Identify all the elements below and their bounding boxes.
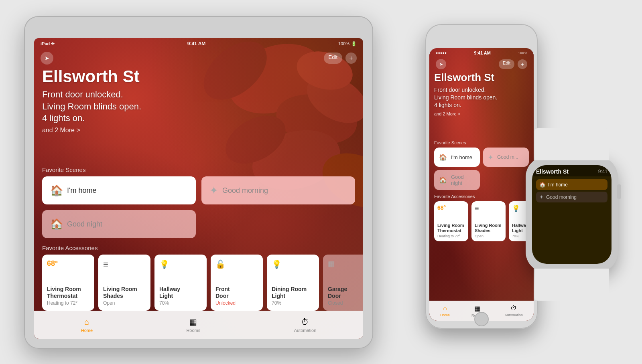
iphone-location-button[interactable]: ➤ (436, 59, 446, 69)
iphone-scroll-content: Favorite Scenes 🏠 I'm home ✦ Good m... 🏠… (429, 140, 534, 321)
ipad-acc-thermostat-status: Heating to 72° (47, 300, 89, 306)
ipad-scene-good-night-label: Good night (67, 220, 102, 229)
ipad-tab-automation-icon: ⏱ (301, 317, 309, 327)
ipad-scene-good-night[interactable]: 🏠 Good night (42, 210, 196, 238)
iphone-scene-im-home-label: I'm home (451, 154, 472, 160)
watch-item-im-home-label: I'm home (548, 182, 568, 188)
watch-item-good-morning[interactable]: ✦ Good morning (536, 192, 607, 202)
ipad-acc-front-door-status: Unlocked (215, 300, 258, 306)
ipad-tab-automation[interactable]: ⏱ Automation (294, 317, 317, 333)
ipad-tab-automation-label: Automation (294, 328, 317, 333)
iphone-scene-good-morning-icon: ✦ (488, 154, 493, 161)
iphone-tab-home-icon: ⌂ (443, 305, 447, 312)
iphone-accessories-label: Favorite Accessories (429, 194, 534, 201)
ipad-acc-garage-icon: ▦ (328, 259, 363, 268)
iphone-scene-good-night[interactable]: 🏠 Good night (434, 170, 480, 190)
iphone-tab-automation[interactable]: ⏱ Automation (504, 305, 523, 317)
ipad-acc-thermostat-name: Living RoomThermostat (47, 286, 89, 299)
ipad-acc-hallway-light[interactable]: 💡 HallwayLight 70% (154, 255, 207, 311)
iphone-home-subtitle: Front door unlocked. Living Room blinds … (434, 86, 529, 109)
iphone-edit-button[interactable]: Edit (499, 59, 514, 69)
ipad-home-header: Ellsworth St Front door unlocked. Living… (34, 67, 363, 134)
ipad-home-more[interactable]: and 2 More > (42, 127, 355, 134)
ipad-tab-bar: ⌂ Home ▦ Rooms ⏱ Automation (34, 311, 363, 339)
ipad-acc-dining-light[interactable]: 💡 Dining RoomLight 70% (267, 255, 319, 311)
ipad-tab-rooms[interactable]: ▦ Rooms (186, 317, 200, 333)
watch-crown[interactable] (617, 184, 621, 199)
iphone-home-title: Ellsworth St (434, 71, 529, 84)
watch-home-title: Ellsworth St (536, 168, 569, 175)
iphone-scene-good-night-label: Good night (451, 174, 475, 186)
ipad-screen: iPad ✈ 9:41 AM 100% 🔋 ➤ Edit + (34, 38, 363, 339)
iphone-device: ●●●●● 9:41 AM 100% ➤ Edit + Ellsworth (425, 24, 538, 329)
ipad-tab-home-label: Home (81, 328, 93, 333)
watch-item-good-morning-icon: ✦ (539, 194, 544, 200)
ipad-accessories-grid: 68° Living RoomThermostat Heating to 72°… (34, 255, 363, 311)
ipad-scene-good-morning-label: Good morning (222, 186, 268, 195)
ipad-location-button[interactable]: ➤ (41, 52, 53, 65)
main-scene: iPad ✈ 9:41 AM 100% 🔋 ➤ Edit + (0, 0, 642, 364)
iphone-scene-good-morning[interactable]: ✦ Good m... (483, 148, 529, 167)
iphone-location-icon: ➤ (439, 62, 443, 67)
iphone-add-button[interactable]: + (518, 59, 527, 69)
ipad-acc-shades-icon: ≡ (103, 259, 146, 270)
ipad-tab-home[interactable]: ⌂ Home (81, 317, 93, 333)
ipad-home-subtitle: Front door unlocked. Living Room blinds … (42, 89, 355, 124)
iphone-subtitle-line3: 4 lights on. (434, 102, 461, 108)
ipad-acc-dining-name: Dining RoomLight (272, 286, 314, 299)
ipad-acc-thermostat[interactable]: 68° Living RoomThermostat Heating to 72° (42, 255, 94, 311)
ipad-scenes-label: Favorite Scenes (34, 166, 363, 176)
watch-band-top (534, 128, 609, 160)
ipad-time: 9:41 AM (187, 41, 206, 47)
ipad-scene-im-home[interactable]: 🏠 I'm home (42, 176, 196, 204)
iphone-home-more[interactable]: and 2 More > (434, 111, 529, 116)
ipad-home-title: Ellsworth St (42, 67, 355, 86)
iphone-scene-im-home[interactable]: 🏠 I'm home (434, 148, 480, 167)
iphone-tab-home[interactable]: ⌂ Home (440, 305, 450, 317)
iphone-acc-thermostat-status: Heating to 72° (437, 234, 465, 238)
ipad-acc-garage[interactable]: ▦ GarageDoor Closed (323, 255, 363, 311)
iphone-acc-thermostat-name: Living Room Thermostat (437, 223, 465, 233)
ipad-tab-rooms-label: Rooms (186, 328, 200, 333)
ipad-acc-front-door-icon: 🔓 (215, 259, 258, 269)
ipad-device: iPad ✈ 9:41 AM 100% 🔋 ➤ Edit + (24, 16, 373, 349)
iphone-nav-bar: ➤ Edit + (429, 57, 534, 71)
iphone-status-bar: ●●●●● 9:41 AM 100% (429, 48, 534, 58)
iphone-acc-shades-icon: ≡ (475, 204, 502, 213)
ipad-acc-front-door[interactable]: 🔓 FrontDoor Unlocked (211, 255, 263, 311)
iphone-scenes-label: Favorite Scenes (429, 140, 534, 148)
iphone-subtitle-line2: Living Room blinds open. (434, 94, 497, 101)
iphone-home-button[interactable] (474, 312, 489, 326)
ipad-subtitle-line2: Living Room blinds open. (42, 101, 141, 111)
ipad-battery: 100% 🔋 (338, 41, 357, 47)
watch-item-im-home[interactable]: 🏠 I'm home (536, 179, 607, 190)
iphone-scene-good-night-icon: 🏠 (439, 176, 447, 184)
ipad-edit-button[interactable]: Edit (324, 53, 342, 64)
ipad-acc-shades[interactable]: ≡ Living RoomShades Open (98, 255, 150, 311)
ipad-scene-good-morning-icon: ✦ (209, 184, 218, 197)
ipad-status-bar: iPad ✈ 9:41 AM 100% 🔋 (34, 38, 363, 49)
ipad-battery-icon: 🔋 (351, 41, 357, 47)
watch-band-bottom (534, 269, 609, 301)
ipad-acc-shades-name: Living RoomShades (103, 286, 146, 299)
iphone-time: 9:41 AM (474, 51, 491, 55)
iphone-acc-shades-status: Open (475, 234, 502, 238)
ipad-scene-im-home-icon: 🏠 (50, 184, 63, 197)
iphone-acc-thermostat[interactable]: 68° Living Room Thermostat Heating to 72… (434, 201, 468, 241)
ipad-add-button[interactable]: + (345, 53, 357, 64)
watch-item-good-morning-label: Good morning (546, 194, 577, 200)
ipad-acc-garage-status: Closed (328, 300, 363, 306)
watch-time: 9:41 (598, 169, 607, 174)
iphone-tab-home-label: Home (440, 313, 450, 317)
ipad-location-icon: ➤ (45, 55, 49, 61)
ipad-tab-rooms-icon: ▦ (189, 317, 197, 327)
iphone-scene-im-home-icon: 🏠 (439, 154, 447, 161)
iphone-status-left: ●●●●● (436, 51, 447, 55)
iphone-scenes-grid: 🏠 I'm home ✦ Good m... 🏠 Good night (429, 148, 534, 190)
iphone-acc-shades[interactable]: ≡ Living Room Shades Open (471, 201, 506, 241)
ipad-scene-good-night-icon: 🏠 (50, 218, 63, 231)
ipad-scene-good-morning[interactable]: ✦ Good morning (201, 176, 355, 204)
ipad-acc-hallway-icon: 💡 (159, 259, 202, 269)
iphone-scene-good-morning-label: Good m... (497, 154, 518, 160)
iphone-battery-text: 100% (518, 51, 527, 55)
